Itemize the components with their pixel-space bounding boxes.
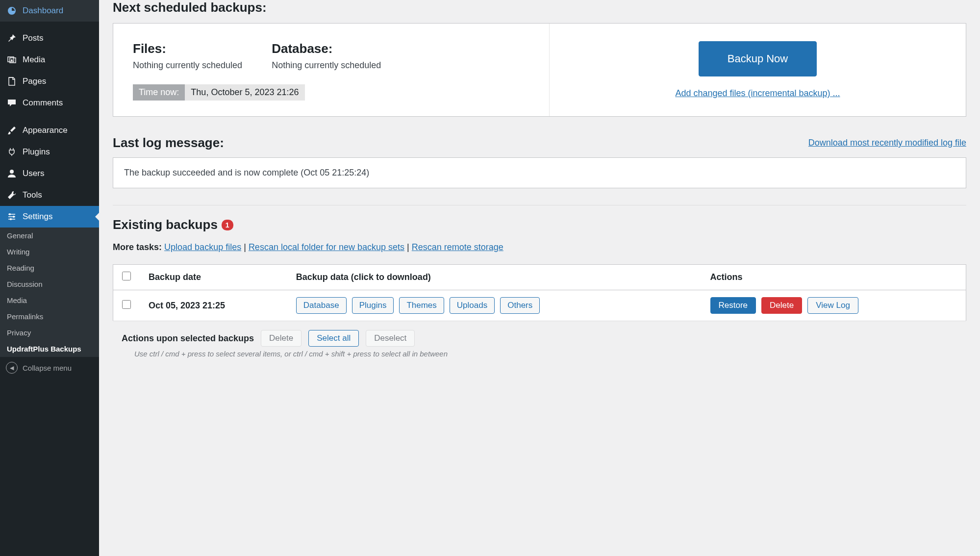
database-label: Database: (272, 41, 381, 56)
sidebar-item-comments[interactable]: Comments (0, 92, 99, 114)
download-themes-button[interactable]: Themes (399, 297, 444, 314)
sidebar-item-dashboard[interactable]: Dashboard (0, 0, 99, 22)
sub-item-reading[interactable]: Reading (0, 260, 99, 276)
svg-point-2 (9, 213, 11, 215)
backups-table: Backup date Backup data (click to downlo… (113, 264, 966, 321)
select-all-checkbox[interactable] (122, 272, 131, 280)
sliders-icon (6, 211, 18, 223)
time-now-value: Thu, October 5, 2023 21:26 (185, 84, 304, 101)
sidebar-item-pages[interactable]: Pages (0, 71, 99, 92)
brush-icon (6, 125, 18, 136)
rescan-local-link[interactable]: Rescan local folder for new backup sets (249, 242, 404, 252)
main-content: Next scheduled backups: Files: Nothing c… (99, 0, 980, 556)
existing-backups-heading: Existing backups 1 (113, 217, 966, 232)
scheduled-card: Files: Nothing currently scheduled Datab… (113, 23, 966, 117)
comment-icon (6, 97, 18, 109)
sidebar-item-media[interactable]: Media (0, 49, 99, 71)
sidebar-label: Pages (23, 76, 46, 86)
database-value: Nothing currently scheduled (272, 60, 381, 71)
sidebar-item-tools[interactable]: Tools (0, 184, 99, 206)
existing-title-text: Existing backups (113, 217, 218, 232)
more-tasks-row: More tasks: Upload backup files | Rescan… (113, 242, 966, 253)
sub-item-discussion[interactable]: Discussion (0, 276, 99, 292)
sidebar-label: Media (23, 55, 45, 65)
th-backup-date: Backup date (140, 265, 287, 290)
media-icon (6, 54, 18, 66)
sidebar-label: Posts (23, 33, 44, 43)
time-now-label: Time now: (133, 84, 185, 101)
scheduled-title: Next scheduled backups: (113, 0, 966, 15)
files-label: Files: (133, 41, 242, 56)
backup-count-badge: 1 (222, 220, 233, 230)
backup-row: Oct 05, 2023 21:25 Database Plugins Them… (113, 290, 966, 321)
pin-icon (6, 32, 18, 44)
sidebar-label: Settings (23, 212, 52, 222)
th-actions: Actions (702, 265, 966, 290)
sub-item-general[interactable]: General (0, 227, 99, 244)
incremental-backup-link[interactable]: Add changed files (incremental backup) .… (675, 88, 840, 99)
backup-date: Oct 05, 2023 21:25 (140, 290, 287, 321)
delete-button[interactable]: Delete (761, 297, 802, 314)
user-icon (6, 168, 18, 179)
backup-now-button[interactable]: Backup Now (699, 41, 817, 76)
sidebar-label: Users (23, 169, 44, 178)
dashboard-icon (6, 5, 18, 17)
download-database-button[interactable]: Database (296, 297, 347, 314)
sidebar-label: Plugins (23, 147, 50, 157)
th-backup-data: Backup data (click to download) (287, 265, 702, 290)
bulk-select-all-button[interactable]: Select all (308, 330, 359, 347)
bulk-delete-button[interactable]: Delete (261, 330, 302, 347)
sub-item-privacy[interactable]: Privacy (0, 325, 99, 341)
restore-button[interactable]: Restore (710, 297, 756, 314)
rescan-remote-link[interactable]: Rescan remote storage (412, 242, 503, 252)
log-title: Last log message: (113, 135, 224, 151)
wrench-icon (6, 189, 18, 201)
sub-item-updraftplus[interactable]: UpdraftPlus Backups (0, 341, 99, 357)
bulk-deselect-button[interactable]: Deselect (366, 330, 415, 347)
svg-point-3 (13, 216, 15, 218)
download-uploads-button[interactable]: Uploads (450, 297, 495, 314)
collapse-icon: ◀ (6, 362, 18, 374)
files-value: Nothing currently scheduled (133, 60, 242, 71)
svg-point-4 (10, 218, 12, 220)
view-log-button[interactable]: View Log (807, 297, 858, 314)
bulk-actions-label: Actions upon selected backups (122, 333, 254, 344)
sidebar-submenu: General Writing Reading Discussion Media… (0, 227, 99, 357)
sidebar-item-plugins[interactable]: Plugins (0, 141, 99, 163)
sidebar-item-appearance[interactable]: Appearance (0, 120, 99, 141)
more-tasks-label: More tasks: (113, 242, 162, 252)
row-checkbox[interactable] (122, 300, 131, 309)
download-log-link[interactable]: Download most recently modified log file (808, 138, 966, 148)
svg-point-0 (11, 59, 13, 61)
sub-item-writing[interactable]: Writing (0, 244, 99, 260)
page-icon (6, 76, 18, 87)
sub-item-permalinks[interactable]: Permalinks (0, 308, 99, 325)
bulk-actions-row: Actions upon selected backups Delete Sel… (113, 330, 966, 347)
sidebar-item-users[interactable]: Users (0, 163, 99, 184)
svg-point-1 (10, 170, 14, 174)
bulk-hint: Use ctrl / cmd + press to select several… (113, 350, 966, 358)
sidebar-label: Appearance (23, 126, 68, 135)
collapse-label: Collapse menu (23, 364, 72, 372)
download-others-button[interactable]: Others (500, 297, 540, 314)
plug-icon (6, 146, 18, 158)
sidebar-label: Tools (23, 190, 42, 200)
download-plugins-button[interactable]: Plugins (352, 297, 394, 314)
admin-sidebar: Dashboard Posts Media Pages Comments App… (0, 0, 99, 556)
sidebar-item-posts[interactable]: Posts (0, 27, 99, 49)
sidebar-label: Comments (23, 98, 63, 108)
collapse-menu-button[interactable]: ◀ Collapse menu (0, 357, 99, 379)
sidebar-label: Dashboard (23, 6, 63, 16)
sidebar-item-settings[interactable]: Settings (0, 206, 99, 227)
log-message: The backup succeeded and is now complete… (113, 157, 966, 188)
section-divider (113, 205, 966, 205)
sub-item-media[interactable]: Media (0, 292, 99, 308)
upload-backup-files-link[interactable]: Upload backup files (164, 242, 241, 252)
